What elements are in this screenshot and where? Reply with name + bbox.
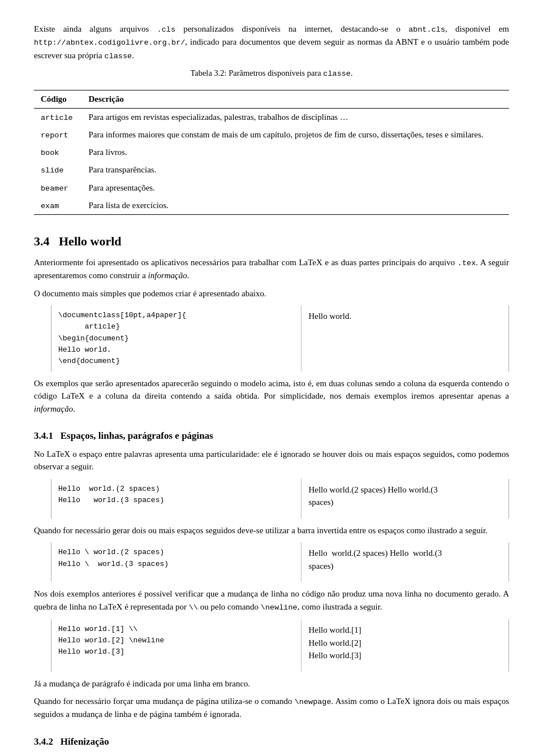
section-341: 3.4.1 Espaços, linhas, parágrafos e pági… — [34, 429, 509, 721]
table-section: Tabela 3.2: Parâmetros disponíveis para … — [34, 67, 509, 215]
newline-inline: \newline — [261, 603, 298, 612]
code-example-1-right: Hello world. — [301, 305, 508, 371]
code-example-3: Hello \ world.(2 spaces) Hello \ world.(… — [51, 542, 509, 582]
code-example-4: Hello world.[1] \\ Hello world.[2] \newl… — [51, 619, 509, 672]
code-example-2-right: Hello world.(2 spaces) Hello world.(3spa… — [301, 479, 508, 519]
backslash-inline: \\ — [189, 603, 198, 612]
output-2: Hello world.(2 spaces) Hello world.(3spa… — [308, 483, 502, 509]
table-cell-desc: Para artigos em revistas especializadas,… — [81, 108, 509, 126]
section-34-p2: O documento mais simples que podemos cri… — [34, 287, 509, 300]
code-example-3-right: Hello world.(2 spaces) Hello world.(3spa… — [301, 542, 508, 582]
table-cell-code: book — [34, 144, 81, 161]
section-34-p1: Anteriormente foi apresentado os aplicat… — [34, 256, 509, 282]
table-cell-desc: Para apresentações. — [81, 179, 509, 197]
table-cell-code: beamer — [34, 179, 81, 197]
col-header-descricao: Descrição — [81, 90, 509, 109]
section-342: 3.4.2 Hifenização O LaTeX tenta balancea… — [34, 735, 509, 756]
output-3: Hello world.(2 spaces) Hello world.(3spa… — [308, 547, 502, 572]
code-block-1: \documentclass[10pt,a4paper]{ article} \… — [58, 310, 294, 367]
section-342-title: 3.4.2 Hifenização — [34, 735, 509, 749]
table-caption: Tabela 3.2: Parâmetros disponíveis para … — [34, 67, 509, 80]
code-example-4-left: Hello world.[1] \\ Hello world.[2] \newl… — [51, 619, 301, 672]
intro-paragraph: Existe ainda alguns arquivos .cls person… — [34, 23, 509, 62]
table-cell-desc: Para transparências. — [81, 161, 509, 179]
table-header-row: Código Descrição — [34, 90, 509, 109]
section-34: 3.4 Hello world Anteriormente foi aprese… — [34, 232, 509, 415]
section-34-p3: Os exemplos que serão apresentados apare… — [34, 377, 509, 416]
output-4: Hello world.[1]Hello world.[2]Hello worl… — [308, 624, 502, 662]
abnt-cls-inline: abnt.cls — [408, 25, 445, 34]
informacao-em-1: informação — [148, 271, 187, 280]
cls-inline: .cls — [157, 25, 175, 34]
code-example-4-right: Hello world.[1]Hello world.[2]Hello worl… — [301, 619, 508, 672]
table-cell-code: slide — [34, 161, 81, 179]
code-example-2-left: Hello world.(2 spaces) Hello world.(3 sp… — [51, 479, 301, 519]
section-341-p2: Quando for necessário gerar dois ou mais… — [34, 524, 509, 537]
table-row: report Para informes maiores que constam… — [34, 126, 509, 144]
tex-inline: .tex — [458, 259, 476, 267]
table-row: exam Para lista de exercícios. — [34, 197, 509, 215]
params-table: Código Descrição article Para artigos em… — [34, 90, 509, 215]
section-341-p4: Já a mudança de parágrafo é indicada por… — [34, 677, 509, 690]
code-block-4: Hello world.[1] \\ Hello world.[2] \newl… — [58, 624, 294, 658]
section-342-p1: O LaTeX tenta balancear o tamanho das li… — [34, 753, 509, 756]
newpage-inline: \newpage — [295, 698, 331, 706]
col-header-codigo: Código — [34, 90, 81, 109]
code-example-1: \documentclass[10pt,a4paper]{ article} \… — [51, 305, 509, 371]
table-cell-code: article — [34, 108, 81, 126]
table-cell-code: exam — [34, 197, 81, 215]
table-cell-desc: Para livros. — [81, 144, 509, 161]
code-block-3: Hello \ world.(2 spaces) Hello \ world.(… — [58, 547, 294, 569]
table-row: slide Para transparências. — [34, 161, 509, 179]
section-341-p1: No LaTeX o espaço entre palavras apresen… — [34, 448, 509, 473]
section-341-title: 3.4.1 Espaços, linhas, parágrafos e pági… — [34, 429, 509, 443]
code-block-2: Hello world.(2 spaces) Hello world.(3 sp… — [58, 483, 294, 506]
section-341-p3: Nos dois exemplos anteriores é possível … — [34, 587, 509, 614]
code-example-2: Hello world.(2 spaces) Hello world.(3 sp… — [51, 479, 509, 519]
table-cell-desc: Para informes maiores que constam de mai… — [81, 126, 509, 144]
output-1: Hello world. — [308, 310, 502, 323]
section-34-title: 3.4 Hello world — [34, 232, 509, 250]
code-example-3-left: Hello \ world.(2 spaces) Hello \ world.(… — [51, 542, 301, 582]
table-row: beamer Para apresentações. — [34, 179, 509, 197]
table-row: article Para artigos em revistas especia… — [34, 108, 509, 126]
table-cell-desc: Para lista de exercícios. — [81, 197, 509, 215]
code-example-1-left: \documentclass[10pt,a4paper]{ article} \… — [51, 305, 301, 371]
table-caption-code: classe — [323, 70, 351, 78]
classe-inline: classe — [105, 52, 132, 61]
section-34-number: 3.4 — [34, 234, 50, 248]
url-inline: http://abntex.codigolivre.org.br/ — [34, 38, 185, 47]
informacao-em-2: informação — [34, 404, 73, 413]
table-row: book Para livros. — [34, 144, 509, 161]
section-341-p5: Quando for necessário forçar uma mudança… — [34, 695, 509, 721]
table-cell-code: report — [34, 126, 81, 144]
